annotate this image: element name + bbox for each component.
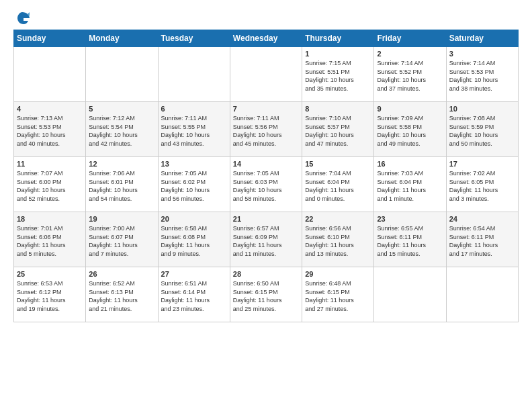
calendar-cell: 3Sunrise: 7:14 AM Sunset: 5:53 PM Daylig…	[446, 47, 518, 102]
day-number: 23	[377, 215, 443, 223]
calendar-cell: 7Sunrise: 7:11 AM Sunset: 5:56 PM Daylig…	[230, 102, 302, 157]
weekday-header-tuesday: Tuesday	[158, 30, 230, 47]
day-number: 20	[161, 215, 227, 223]
weekday-header-friday: Friday	[374, 30, 446, 47]
day-info: Sunrise: 7:01 AM Sunset: 6:06 PM Dayligh…	[17, 224, 83, 258]
weekday-header-sunday: Sunday	[14, 30, 86, 47]
day-number: 27	[161, 270, 227, 278]
day-number: 14	[233, 160, 299, 168]
calendar-cell: 22Sunrise: 6:56 AM Sunset: 6:10 PM Dayli…	[302, 212, 374, 267]
day-info: Sunrise: 7:08 AM Sunset: 5:59 PM Dayligh…	[449, 114, 515, 148]
day-info: Sunrise: 7:02 AM Sunset: 6:05 PM Dayligh…	[449, 169, 515, 203]
day-number: 21	[233, 215, 299, 223]
weekday-header-row: SundayMondayTuesdayWednesdayThursdayFrid…	[14, 30, 519, 47]
calendar-week-4: 18Sunrise: 7:01 AM Sunset: 6:06 PM Dayli…	[14, 212, 519, 267]
weekday-header-wednesday: Wednesday	[230, 30, 302, 47]
day-number: 7	[233, 105, 299, 113]
logo-text	[13, 11, 30, 26]
weekday-header-monday: Monday	[86, 30, 158, 47]
calendar-cell	[86, 47, 158, 102]
calendar-cell	[230, 47, 302, 102]
calendar-week-2: 4Sunrise: 7:13 AM Sunset: 5:53 PM Daylig…	[14, 102, 519, 157]
day-info: Sunrise: 7:04 AM Sunset: 6:04 PM Dayligh…	[305, 169, 371, 203]
day-number: 15	[305, 160, 371, 168]
day-number: 29	[305, 270, 371, 278]
calendar-cell: 13Sunrise: 7:05 AM Sunset: 6:02 PM Dayli…	[158, 157, 230, 212]
day-info: Sunrise: 7:06 AM Sunset: 6:01 PM Dayligh…	[89, 169, 154, 203]
day-info: Sunrise: 7:03 AM Sunset: 6:04 PM Dayligh…	[377, 169, 443, 203]
day-number: 10	[449, 105, 515, 113]
calendar-cell: 18Sunrise: 7:01 AM Sunset: 6:06 PM Dayli…	[14, 212, 86, 267]
day-number: 8	[305, 105, 371, 113]
calendar-cell: 12Sunrise: 7:06 AM Sunset: 6:01 PM Dayli…	[86, 157, 158, 212]
calendar-cell: 23Sunrise: 6:55 AM Sunset: 6:11 PM Dayli…	[374, 212, 446, 267]
calendar-week-5: 25Sunrise: 6:53 AM Sunset: 6:12 PM Dayli…	[14, 267, 519, 322]
day-info: Sunrise: 7:00 AM Sunset: 6:07 PM Dayligh…	[89, 224, 154, 258]
calendar-cell: 15Sunrise: 7:04 AM Sunset: 6:04 PM Dayli…	[302, 157, 374, 212]
day-info: Sunrise: 7:05 AM Sunset: 6:02 PM Dayligh…	[161, 169, 227, 203]
calendar-week-1: 1Sunrise: 7:15 AM Sunset: 5:51 PM Daylig…	[14, 47, 519, 102]
day-info: Sunrise: 6:52 AM Sunset: 6:13 PM Dayligh…	[89, 279, 154, 313]
day-info: Sunrise: 7:12 AM Sunset: 5:54 PM Dayligh…	[89, 114, 154, 148]
calendar-cell: 19Sunrise: 7:00 AM Sunset: 6:07 PM Dayli…	[86, 212, 158, 267]
calendar-cell: 2Sunrise: 7:14 AM Sunset: 5:52 PM Daylig…	[374, 47, 446, 102]
day-info: Sunrise: 7:11 AM Sunset: 5:56 PM Dayligh…	[233, 114, 299, 148]
day-info: Sunrise: 7:14 AM Sunset: 5:52 PM Dayligh…	[377, 59, 443, 93]
calendar-cell: 26Sunrise: 6:52 AM Sunset: 6:13 PM Dayli…	[86, 267, 158, 322]
day-info: Sunrise: 6:56 AM Sunset: 6:10 PM Dayligh…	[305, 224, 371, 258]
calendar-cell: 8Sunrise: 7:10 AM Sunset: 5:57 PM Daylig…	[302, 102, 374, 157]
logo	[13, 11, 30, 26]
calendar-cell: 10Sunrise: 7:08 AM Sunset: 5:59 PM Dayli…	[446, 102, 518, 157]
calendar-cell: 25Sunrise: 6:53 AM Sunset: 6:12 PM Dayli…	[14, 267, 86, 322]
calendar-cell: 1Sunrise: 7:15 AM Sunset: 5:51 PM Daylig…	[302, 47, 374, 102]
calendar-cell: 17Sunrise: 7:02 AM Sunset: 6:05 PM Dayli…	[446, 157, 518, 212]
calendar-cell: 24Sunrise: 6:54 AM Sunset: 6:11 PM Dayli…	[446, 212, 518, 267]
day-number: 6	[161, 105, 227, 113]
calendar-cell	[374, 267, 446, 322]
calendar-cell: 21Sunrise: 6:57 AM Sunset: 6:09 PM Dayli…	[230, 212, 302, 267]
day-number: 1	[305, 50, 371, 58]
day-info: Sunrise: 6:51 AM Sunset: 6:14 PM Dayligh…	[161, 279, 227, 313]
calendar-cell: 9Sunrise: 7:09 AM Sunset: 5:58 PM Daylig…	[374, 102, 446, 157]
day-number: 26	[89, 270, 154, 278]
day-number: 22	[305, 215, 371, 223]
calendar-week-3: 11Sunrise: 7:07 AM Sunset: 6:00 PM Dayli…	[14, 157, 519, 212]
day-number: 16	[377, 160, 443, 168]
calendar-cell	[158, 47, 230, 102]
day-info: Sunrise: 7:13 AM Sunset: 5:53 PM Dayligh…	[17, 114, 83, 148]
calendar-cell: 6Sunrise: 7:11 AM Sunset: 5:55 PM Daylig…	[158, 102, 230, 157]
day-number: 24	[449, 215, 515, 223]
day-number: 19	[89, 215, 154, 223]
day-info: Sunrise: 6:55 AM Sunset: 6:11 PM Dayligh…	[377, 224, 443, 258]
day-info: Sunrise: 6:57 AM Sunset: 6:09 PM Dayligh…	[233, 224, 299, 258]
day-number: 4	[17, 105, 83, 113]
calendar-cell: 14Sunrise: 7:05 AM Sunset: 6:03 PM Dayli…	[230, 157, 302, 212]
calendar-cell	[14, 47, 86, 102]
day-number: 2	[377, 50, 443, 58]
calendar-cell: 11Sunrise: 7:07 AM Sunset: 6:00 PM Dayli…	[14, 157, 86, 212]
weekday-header-saturday: Saturday	[446, 30, 518, 47]
weekday-header-thursday: Thursday	[302, 30, 374, 47]
day-info: Sunrise: 7:09 AM Sunset: 5:58 PM Dayligh…	[377, 114, 443, 148]
day-info: Sunrise: 6:50 AM Sunset: 6:15 PM Dayligh…	[233, 279, 299, 313]
day-info: Sunrise: 7:10 AM Sunset: 5:57 PM Dayligh…	[305, 114, 371, 148]
page: SundayMondayTuesdayWednesdayThursdayFrid…	[0, 0, 532, 329]
day-info: Sunrise: 7:05 AM Sunset: 6:03 PM Dayligh…	[233, 169, 299, 203]
day-number: 9	[377, 105, 443, 113]
calendar-cell: 4Sunrise: 7:13 AM Sunset: 5:53 PM Daylig…	[14, 102, 86, 157]
calendar-cell	[446, 267, 518, 322]
calendar-cell: 28Sunrise: 6:50 AM Sunset: 6:15 PM Dayli…	[230, 267, 302, 322]
day-info: Sunrise: 6:58 AM Sunset: 6:08 PM Dayligh…	[161, 224, 227, 258]
day-info: Sunrise: 6:54 AM Sunset: 6:11 PM Dayligh…	[449, 224, 515, 258]
day-number: 5	[89, 105, 154, 113]
calendar-cell: 16Sunrise: 7:03 AM Sunset: 6:04 PM Dayli…	[374, 157, 446, 212]
calendar-cell: 5Sunrise: 7:12 AM Sunset: 5:54 PM Daylig…	[86, 102, 158, 157]
calendar-cell: 27Sunrise: 6:51 AM Sunset: 6:14 PM Dayli…	[158, 267, 230, 322]
day-info: Sunrise: 7:07 AM Sunset: 6:00 PM Dayligh…	[17, 169, 83, 203]
day-number: 18	[17, 215, 83, 223]
day-number: 28	[233, 270, 299, 278]
day-info: Sunrise: 7:14 AM Sunset: 5:53 PM Dayligh…	[449, 59, 515, 93]
calendar-table: SundayMondayTuesdayWednesdayThursdayFrid…	[13, 30, 519, 322]
day-info: Sunrise: 7:11 AM Sunset: 5:55 PM Dayligh…	[161, 114, 227, 148]
day-number: 25	[17, 270, 83, 278]
